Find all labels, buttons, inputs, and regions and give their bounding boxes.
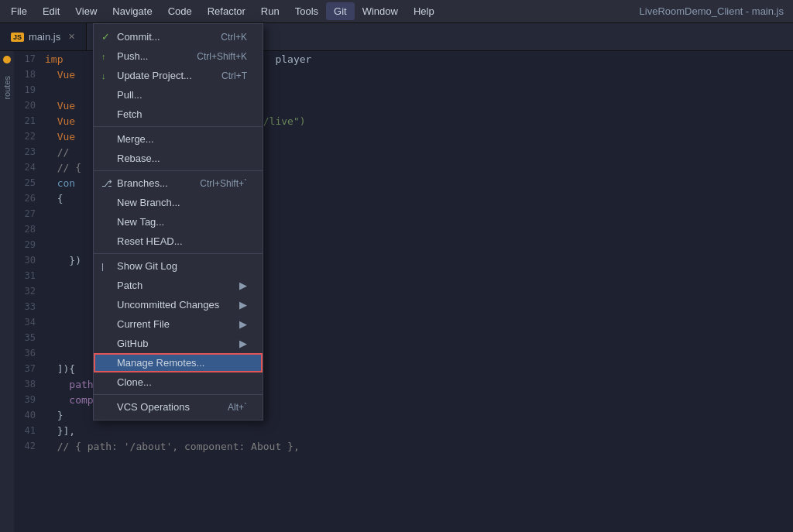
push-icon: ↑ — [101, 52, 106, 61]
commit-label: Commit... — [117, 31, 160, 43]
current-file-submenu-arrow: ▶ — [239, 318, 247, 330]
vcs-ops-shortcut: Alt+` — [212, 402, 247, 413]
github-label: GitHub — [117, 338, 148, 349]
tab-main-js[interactable]: JS main.js ✕ — [0, 23, 87, 50]
git-dropdown-menu: ✓ Commit... Ctrl+K ↑ Push... Ctrl+Shift+… — [93, 23, 263, 420]
update-icon: ↓ — [101, 71, 106, 81]
show-git-log-label: Show Git Log — [117, 260, 177, 272]
menu-item-clone[interactable]: Clone... — [94, 372, 263, 392]
code-line-42: 42 // { path: '/about', component: About… — [14, 438, 793, 454]
menu-item-commit[interactable]: ✓ Commit... Ctrl+K — [94, 27, 263, 46]
uncommitted-submenu-arrow: ▶ — [239, 299, 247, 311]
menu-item-merge[interactable]: Merge... — [94, 129, 263, 149]
menu-refactor[interactable]: Refactor — [200, 2, 253, 20]
menu-item-new-tag[interactable]: New Tag... — [94, 212, 263, 232]
tab-label: main.js — [29, 31, 60, 43]
clone-label: Clone... — [117, 376, 152, 388]
separator-4 — [94, 394, 263, 395]
menu-window[interactable]: Window — [355, 2, 406, 20]
js-file-icon: JS — [11, 33, 24, 42]
commit-shortcut: Ctrl+K — [205, 32, 247, 43]
uncommitted-label: Uncommitted Changes — [117, 299, 219, 311]
menu-tools[interactable]: Tools — [287, 2, 326, 20]
separator-2 — [94, 170, 263, 171]
menu-item-show-git-log[interactable]: | Show Git Log — [94, 256, 263, 276]
patch-label: Patch — [117, 280, 142, 291]
menu-navigate[interactable]: Navigate — [105, 2, 160, 20]
push-shortcut: Ctrl+Shift+K — [181, 51, 247, 62]
separator-1 — [94, 126, 263, 127]
menu-item-fetch[interactable]: Fetch — [94, 105, 263, 124]
menu-help[interactable]: Help — [406, 2, 442, 20]
github-submenu-arrow: ▶ — [239, 338, 247, 349]
git-log-icon: | — [101, 262, 104, 271]
menu-item-push[interactable]: ↑ Push... Ctrl+Shift+K — [94, 46, 263, 66]
project-icon — [3, 56, 11, 63]
menu-item-branches[interactable]: ⎇ Branches... Ctrl+Shift+` — [94, 173, 263, 193]
menu-item-vcs-ops[interactable]: VCS Operations Alt+` — [94, 397, 263, 417]
menu-file[interactable]: File — [3, 2, 35, 20]
menu-code[interactable]: Code — [160, 2, 200, 20]
menu-item-update[interactable]: ↓ Update Project... Ctrl+T — [94, 66, 263, 85]
reset-head-label: Reset HEAD... — [117, 235, 183, 247]
push-label: Push... — [117, 50, 148, 62]
sidebar: routes — [0, 51, 14, 532]
current-file-label: Current File — [117, 318, 170, 330]
menu-run[interactable]: Run — [253, 2, 287, 20]
patch-submenu-arrow: ▶ — [239, 280, 247, 291]
merge-label: Merge... — [117, 133, 154, 145]
new-branch-label: New Branch... — [117, 197, 180, 208]
menu-item-manage-remotes[interactable]: Manage Remotes... — [94, 353, 263, 372]
commit-check-icon: ✓ — [101, 31, 110, 43]
manage-remotes-label: Manage Remotes... — [117, 357, 204, 369]
menu-git[interactable]: Git — [326, 2, 355, 20]
branches-label: Branches... — [117, 177, 168, 189]
update-shortcut: Ctrl+T — [206, 70, 247, 81]
sidebar-label: routes — [2, 76, 12, 100]
fetch-label: Fetch — [117, 108, 142, 120]
menu-item-rebase[interactable]: Rebase... — [94, 149, 263, 168]
menu-view[interactable]: View — [67, 2, 105, 20]
update-label: Update Project... — [117, 70, 192, 81]
branches-icon: ⎇ — [101, 178, 112, 189]
menu-item-reset-head[interactable]: Reset HEAD... — [94, 232, 263, 251]
vcs-ops-label: VCS Operations — [117, 401, 190, 413]
separator-3 — [94, 253, 263, 254]
menu-item-pull[interactable]: Pull... — [94, 85, 263, 105]
menu-item-current-file[interactable]: Current File ▶ — [94, 314, 263, 334]
menu-item-patch[interactable]: Patch ▶ — [94, 276, 263, 295]
menu-item-uncommitted[interactable]: Uncommitted Changes ▶ — [94, 295, 263, 314]
rebase-label: Rebase... — [117, 153, 160, 164]
branches-shortcut: Ctrl+Shift+` — [184, 178, 247, 189]
menu-item-new-branch[interactable]: New Branch... — [94, 193, 263, 212]
app-title: LiveRoomDemo_Client - main.js — [640, 5, 790, 17]
menu-item-github[interactable]: GitHub ▶ — [94, 334, 263, 353]
menu-edit[interactable]: Edit — [35, 2, 67, 20]
new-tag-label: New Tag... — [117, 216, 164, 228]
menubar: File Edit View Navigate Code Refactor Ru… — [0, 0, 793, 23]
close-tab-icon[interactable]: ✕ — [68, 32, 75, 42]
code-line-41: 41 }], — [14, 423, 793, 438]
pull-label: Pull... — [117, 89, 142, 101]
